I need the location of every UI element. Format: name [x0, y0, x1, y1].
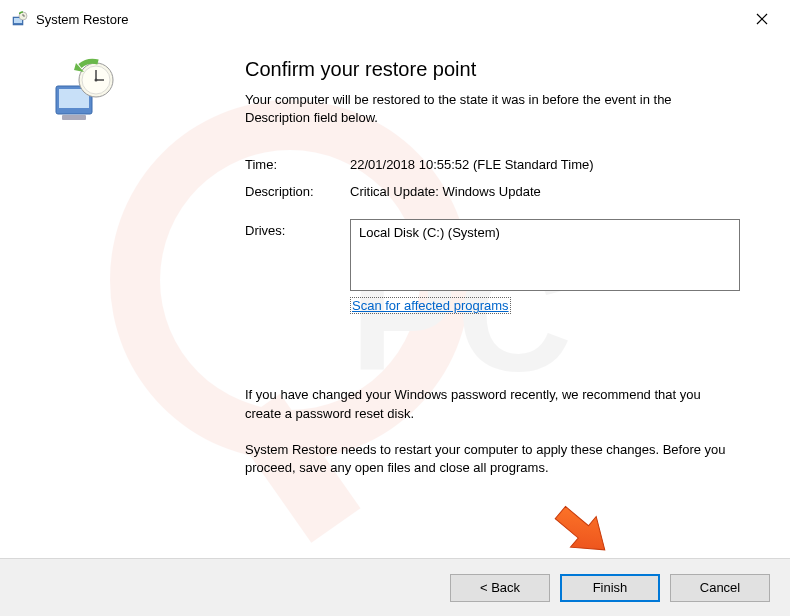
system-restore-icon: [12, 11, 28, 27]
svg-rect-12: [62, 115, 86, 120]
time-value: 22/01/2018 10:55:52 (FLE Standard Time): [350, 157, 594, 172]
time-row: Time: 22/01/2018 10:55:52 (FLE Standard …: [245, 157, 760, 172]
page-heading: Confirm your restore point: [245, 58, 760, 81]
restart-warning-text: System Restore needs to restart your com…: [245, 441, 735, 477]
sidebar: [20, 50, 245, 558]
main-panel: Confirm your restore point Your computer…: [245, 50, 760, 558]
svg-point-17: [95, 79, 98, 82]
close-button[interactable]: [742, 5, 782, 33]
finish-button[interactable]: Finish: [560, 574, 660, 602]
window-title: System Restore: [36, 12, 128, 27]
scan-affected-programs-link[interactable]: Scan for affected programs: [350, 297, 511, 314]
drives-label: Drives:: [245, 219, 350, 291]
drives-value: Local Disk (C:) (System): [359, 225, 500, 240]
titlebar: System Restore: [0, 0, 790, 38]
cancel-button[interactable]: Cancel: [670, 574, 770, 602]
titlebar-left: System Restore: [12, 11, 128, 27]
password-warning-text: If you have changed your Windows passwor…: [245, 386, 735, 422]
back-button[interactable]: < Back: [450, 574, 550, 602]
drives-listbox[interactable]: Local Disk (C:) (System): [350, 219, 740, 291]
page-subtext: Your computer will be restored to the st…: [245, 91, 725, 127]
description-value: Critical Update: Windows Update: [350, 184, 541, 199]
content-area: Confirm your restore point Your computer…: [0, 38, 790, 558]
restore-computer-icon: [50, 58, 110, 118]
system-restore-window: PC System Restore: [0, 0, 790, 616]
warning-section: If you have changed your Windows passwor…: [245, 386, 760, 477]
description-label: Description:: [245, 184, 350, 199]
time-label: Time:: [245, 157, 350, 172]
drives-row: Drives: Local Disk (C:) (System): [245, 219, 760, 291]
button-bar: < Back Finish Cancel: [0, 558, 790, 616]
description-row: Description: Critical Update: Windows Up…: [245, 184, 760, 199]
